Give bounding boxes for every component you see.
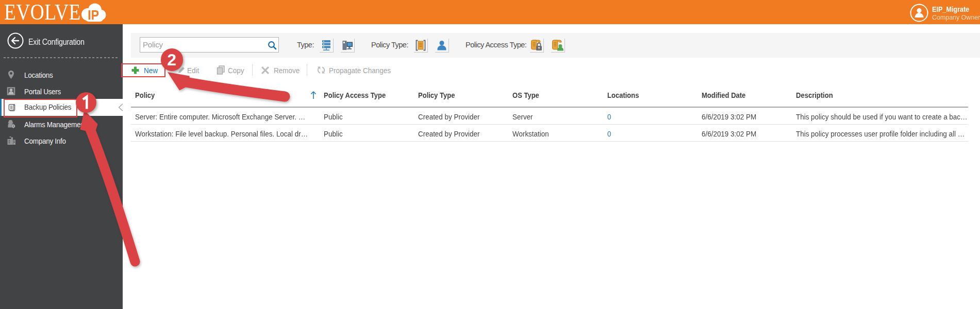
- svg-text:IP: IP: [88, 8, 99, 22]
